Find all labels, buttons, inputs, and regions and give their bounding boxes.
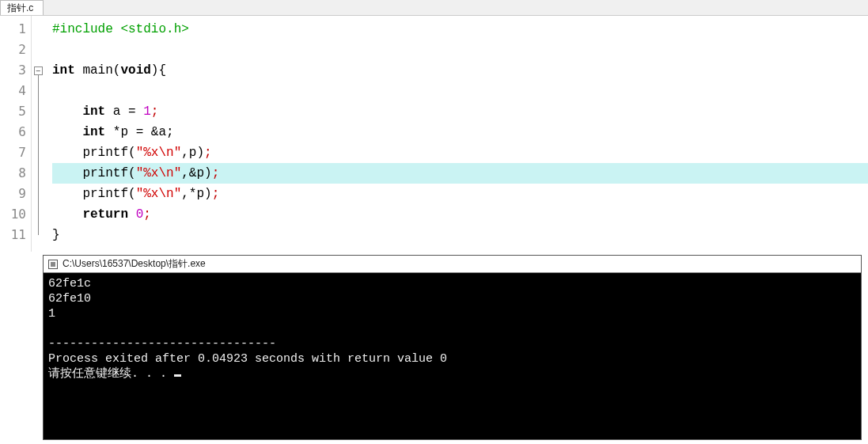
fold-gutter: − (32, 16, 44, 252)
tab-bar: 指针.c (0, 0, 868, 16)
code-content[interactable]: #include <stdio.h> int main(void){ int a… (44, 16, 868, 252)
console-line: 请按任意键继续. . . (48, 367, 174, 381)
app-icon (48, 260, 58, 269)
line-number: 6 (0, 122, 31, 142)
code-line: printf("%x\n",*p); (52, 184, 868, 204)
line-number: 10 (0, 204, 31, 225)
line-number: 1 (0, 19, 31, 40)
console-output[interactable]: 62fe1c 62fe10 1 ------------------------… (44, 273, 861, 439)
code-line: } (52, 225, 868, 245)
line-number: 7 (0, 142, 31, 163)
code-line: #include <stdio.h> (52, 19, 868, 40)
code-line (52, 81, 868, 101)
console-titlebar[interactable]: C:\Users\16537\Desktop\指针.exe (44, 256, 861, 273)
code-line: return 0; (52, 204, 868, 225)
line-number: 8 (0, 163, 31, 184)
console-line: 1 (48, 307, 55, 321)
console-title-text: C:\Users\16537\Desktop\指针.exe (63, 257, 206, 271)
line-number: 2 (0, 40, 31, 60)
line-number-gutter: 1 2 3 4 5 6 7 8 9 10 11 (0, 16, 32, 252)
file-tab[interactable]: 指针.c (0, 0, 44, 15)
code-line: printf("%x\n",p); (52, 142, 868, 163)
console-window: C:\Users\16537\Desktop\指针.exe 62fe1c 62f… (43, 255, 862, 440)
code-line: int *p = &a; (52, 122, 868, 142)
console-line: -------------------------------- (48, 337, 276, 351)
line-number: 4 (0, 81, 31, 101)
console-cursor (174, 374, 181, 377)
fold-toggle-icon[interactable]: − (34, 66, 43, 75)
line-number: 9 (0, 184, 31, 204)
console-line: 62fe10 (48, 292, 91, 305)
console-line: 62fe1c (48, 277, 91, 290)
code-editor[interactable]: 1 2 3 4 5 6 7 8 9 10 11 − #include <stdi… (0, 16, 868, 252)
code-line: int main(void){ (52, 60, 868, 81)
code-line: int a = 1; (52, 101, 868, 122)
console-line: Process exited after 0.04923 seconds wit… (48, 352, 447, 366)
line-number: 11 (0, 225, 31, 245)
line-number: 3 (0, 60, 31, 81)
code-line-active: printf("%x\n",&p); (52, 163, 868, 184)
code-line (52, 40, 868, 60)
line-number: 5 (0, 101, 31, 122)
